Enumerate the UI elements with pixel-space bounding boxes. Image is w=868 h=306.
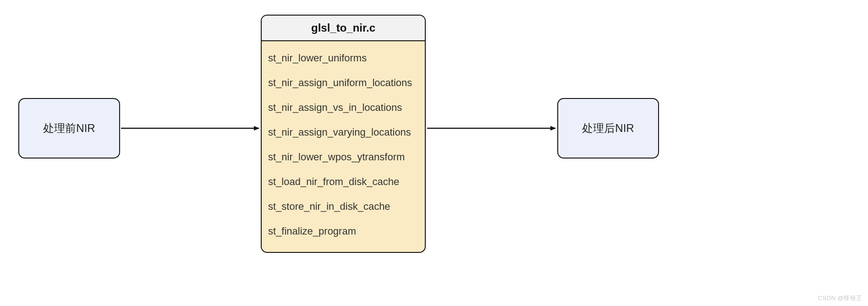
center-item: st_load_nir_from_disk_cache [268,169,418,194]
center-item: st_nir_assign_vs_in_locations [268,95,418,120]
node-after-nir-label: 处理后NIR [582,121,634,136]
watermark-text: CSDN @怪怪王 [818,294,863,302]
center-header: glsl_to_nir.c [262,16,425,41]
node-after-nir: 处理后NIR [557,98,659,158]
node-before-nir-label: 处理前NIR [43,121,95,136]
diagram-canvas: 处理前NIR glsl_to_nir.c st_nir_lower_unifor… [0,0,868,306]
arrows-layer [0,0,868,306]
node-before-nir: 处理前NIR [18,98,120,158]
center-item: st_store_nir_in_disk_cache [268,194,418,219]
center-item: st_nir_assign_varying_locations [268,120,418,145]
center-module-box: glsl_to_nir.c st_nir_lower_uniforms st_n… [261,15,426,253]
center-items-list: st_nir_lower_uniforms st_nir_assign_unif… [262,41,425,252]
center-item: st_nir_assign_uniform_locations [268,71,418,95]
center-item: st_finalize_program [268,219,418,244]
center-item: st_nir_lower_uniforms [268,46,418,71]
center-item: st_nir_lower_wpos_ytransform [268,145,418,169]
